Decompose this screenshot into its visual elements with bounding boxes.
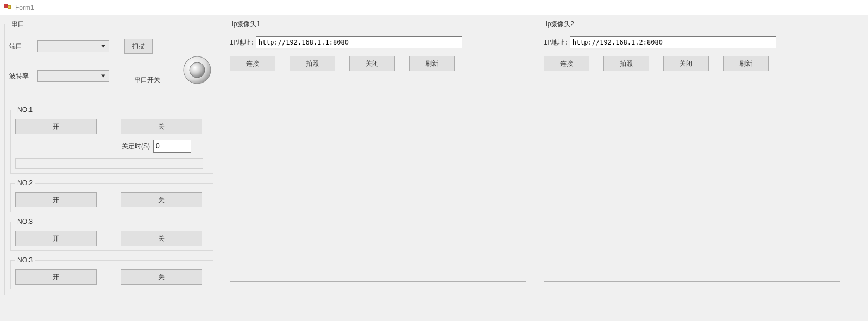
camera-1-title: ip摄像头1 bbox=[230, 20, 262, 29]
channel-3-close-button[interactable]: 关 bbox=[121, 231, 202, 246]
svg-point-1 bbox=[190, 62, 205, 78]
camera-1-group: ip摄像头1 IP地址: 连接 拍照 关闭 刷新 bbox=[225, 20, 533, 295]
camera-2-title: ip摄像头2 bbox=[544, 20, 576, 29]
channel-2-title: NO.2 bbox=[15, 179, 35, 187]
channel-1-status-input[interactable] bbox=[15, 158, 203, 169]
camera-2-close-button[interactable]: 关闭 bbox=[663, 56, 709, 71]
window-title: Form1 bbox=[15, 4, 34, 11]
titlebar: Form1 bbox=[0, 0, 868, 15]
camera-1-view bbox=[230, 79, 526, 282]
channel-3-title: NO.3 bbox=[15, 218, 35, 225]
serial-group-title: 串口 bbox=[9, 20, 27, 29]
window: Form1 串口 端口 扫描 波特率 bbox=[0, 0, 868, 321]
chevron-down-icon bbox=[99, 41, 108, 51]
channel-2-close-button[interactable]: 关 bbox=[121, 192, 202, 207]
channel-1-close-button[interactable]: 关 bbox=[121, 119, 202, 134]
baud-combo[interactable] bbox=[37, 70, 109, 82]
port-combo[interactable] bbox=[37, 40, 109, 52]
channel-2-group: NO.2 开 关 bbox=[10, 179, 213, 212]
camera-1-close-button[interactable]: 关闭 bbox=[349, 56, 395, 71]
channel-3-group: NO.3 开 关 bbox=[10, 218, 213, 251]
serial-switch-led[interactable] bbox=[183, 56, 211, 84]
camera-1-ip-label: IP地址: bbox=[230, 38, 255, 47]
camera-2-refresh-button[interactable]: 刷新 bbox=[723, 56, 769, 71]
channel-4-close-button[interactable]: 关 bbox=[121, 269, 202, 285]
channel-4-open-button[interactable]: 开 bbox=[15, 269, 97, 285]
serial-group: 串口 端口 扫描 波特率 bbox=[4, 20, 219, 295]
camera-2-ip-input[interactable] bbox=[570, 36, 776, 48]
client-area: 串口 端口 扫描 波特率 bbox=[0, 15, 868, 321]
serial-switch-label: 串口开关 bbox=[134, 75, 160, 85]
camera-2-connect-button[interactable]: 连接 bbox=[544, 56, 589, 71]
channel-3-open-button[interactable]: 开 bbox=[15, 231, 97, 246]
channel-4-title: NO.3 bbox=[15, 256, 35, 264]
channel-2-open-button[interactable]: 开 bbox=[15, 192, 97, 207]
baud-label: 波特率 bbox=[9, 72, 37, 81]
camera-1-connect-button[interactable]: 连接 bbox=[230, 56, 275, 71]
port-label: 端口 bbox=[9, 42, 37, 51]
channel-1-open-button[interactable]: 开 bbox=[15, 119, 97, 134]
camera-2-group: ip摄像头2 IP地址: 连接 拍照 关闭 刷新 bbox=[539, 20, 847, 295]
camera-2-view bbox=[544, 79, 840, 282]
channel-1-timer-input[interactable] bbox=[153, 140, 191, 153]
serial-top: 端口 扫描 波特率 bbox=[9, 39, 215, 104]
camera-2-ip-label: IP地址: bbox=[544, 38, 569, 47]
channel-1-group: NO.1 开 关 关定时(S) bbox=[10, 106, 213, 174]
camera-1-refresh-button[interactable]: 刷新 bbox=[409, 56, 455, 71]
chevron-down-icon bbox=[99, 71, 108, 81]
camera-2-capture-button[interactable]: 拍照 bbox=[603, 56, 649, 71]
channel-1-timer-label: 关定时(S) bbox=[122, 142, 150, 151]
camera-1-ip-input[interactable] bbox=[256, 36, 462, 48]
scan-button[interactable]: 扫描 bbox=[124, 39, 153, 54]
channel-4-group: NO.3 开 关 bbox=[10, 256, 213, 289]
app-icon bbox=[3, 3, 12, 12]
camera-1-capture-button[interactable]: 拍照 bbox=[290, 56, 335, 71]
channel-1-title: NO.1 bbox=[15, 106, 35, 114]
